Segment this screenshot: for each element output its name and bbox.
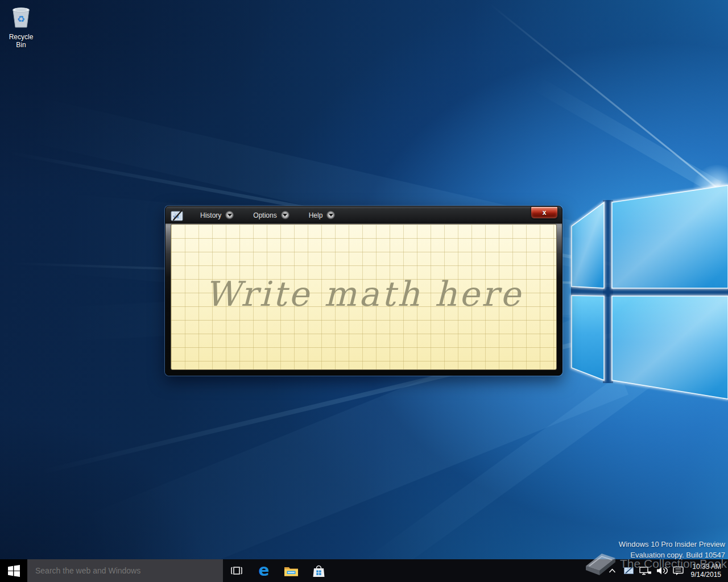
menu-options[interactable]: Options bbox=[249, 209, 293, 221]
math-input-tray-icon bbox=[624, 567, 634, 575]
math-input-panel-window: √x History Options Help x Write math her… bbox=[165, 206, 562, 376]
windows-start-icon bbox=[8, 565, 20, 577]
action-center-icon[interactable] bbox=[672, 562, 685, 579]
light-beam bbox=[507, 63, 722, 195]
edge-button[interactable]: e bbox=[250, 559, 278, 582]
chevron-up-icon bbox=[609, 568, 616, 573]
math-input-panel-icon: √x bbox=[171, 209, 185, 222]
menu-label: Help bbox=[309, 211, 323, 219]
math-canvas[interactable]: Write math here bbox=[171, 224, 557, 370]
search-box[interactable] bbox=[27, 559, 223, 582]
write-math-hint: Write math here bbox=[205, 274, 522, 314]
recycle-bin[interactable]: ♻ Recycle Bin bbox=[3, 3, 39, 49]
file-explorer-button[interactable] bbox=[278, 559, 305, 582]
menu-label: Options bbox=[253, 211, 276, 219]
recycle-bin-label: Recycle Bin bbox=[3, 33, 39, 49]
system-tray: 10:33 AM 9/14/2015 bbox=[606, 559, 728, 582]
close-icon: x bbox=[543, 209, 547, 217]
light-beam bbox=[470, 0, 718, 189]
file-explorer-icon bbox=[284, 565, 299, 577]
svg-text:♻: ♻ bbox=[17, 14, 25, 24]
hidden-icons-chevron[interactable] bbox=[606, 562, 619, 579]
watermark-line1: Windows 10 Pro Insider Preview bbox=[619, 539, 725, 550]
task-view-icon bbox=[230, 565, 243, 576]
start-button[interactable] bbox=[0, 559, 27, 582]
recycle-bin-icon: ♻ bbox=[9, 3, 33, 30]
desktop: ♻ Recycle Bin √x History Options bbox=[0, 0, 728, 582]
task-view-button[interactable] bbox=[223, 559, 250, 582]
close-button[interactable]: x bbox=[531, 206, 558, 219]
light-beam bbox=[312, 364, 651, 582]
menu-history[interactable]: History bbox=[196, 209, 238, 221]
taskbar: e bbox=[0, 559, 728, 582]
light-flare bbox=[692, 165, 728, 213]
volume-icon bbox=[656, 566, 668, 575]
window-titlebar[interactable]: √x History Options Help x bbox=[166, 206, 562, 224]
windows-watermark: Windows 10 Pro Insider Preview Evaluatio… bbox=[619, 539, 725, 560]
clock[interactable]: 10:33 AM 9/14/2015 bbox=[689, 563, 723, 579]
clock-time: 10:33 AM bbox=[691, 563, 721, 571]
action-center-glyph bbox=[673, 566, 684, 576]
chevron-down-icon bbox=[225, 211, 234, 219]
store-icon bbox=[312, 564, 326, 578]
tray-volume-icon[interactable] bbox=[656, 562, 668, 579]
edge-icon: e bbox=[259, 563, 270, 579]
menu-help[interactable]: Help bbox=[304, 209, 340, 221]
network-icon bbox=[639, 566, 652, 576]
chevron-down-icon bbox=[281, 211, 289, 219]
tray-network-icon[interactable] bbox=[639, 562, 652, 579]
menu-label: History bbox=[200, 211, 221, 219]
chevron-down-icon bbox=[326, 211, 335, 219]
clock-date: 9/14/2015 bbox=[691, 571, 721, 579]
store-button[interactable] bbox=[305, 559, 332, 582]
search-input[interactable] bbox=[27, 566, 223, 576]
tray-math-input-icon[interactable] bbox=[623, 562, 635, 579]
windows-logo-artwork bbox=[560, 171, 728, 409]
